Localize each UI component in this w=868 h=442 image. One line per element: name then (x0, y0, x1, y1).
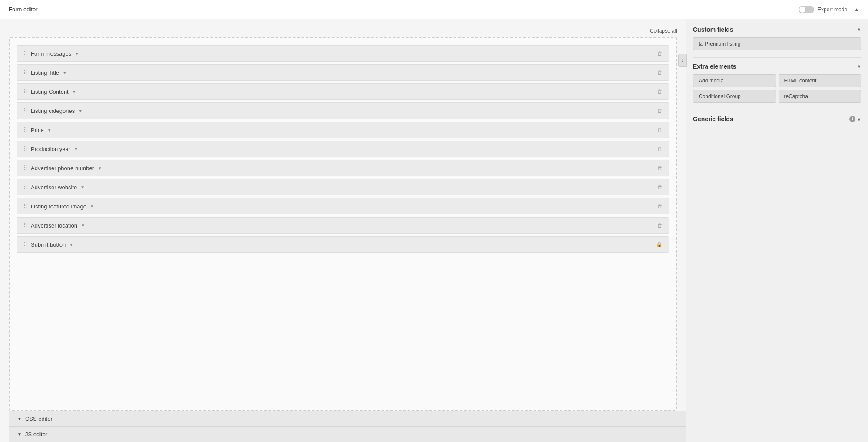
extra-element-add-media[interactable]: Add media (693, 74, 776, 87)
extra-elements-header: Extra elements ∧ (693, 63, 861, 70)
generic-fields-header[interactable]: Generic fields ℹ ∨ (693, 115, 861, 122)
delete-icon[interactable]: 🗑 (657, 108, 663, 114)
form-row-actions: 🗑 (657, 108, 663, 114)
top-bar: Form editor Expert mode ▲ (0, 0, 868, 19)
form-row-actions: 🗑 (657, 89, 663, 95)
separator-2 (693, 110, 861, 110)
generic-fields-controls: ℹ ∨ (849, 116, 861, 122)
delete-icon[interactable]: 🗑 (657, 222, 663, 228)
drag-handle-icon[interactable]: ⠿ (23, 107, 27, 114)
form-row-left: ⠿Form messages▼ (23, 50, 79, 57)
drag-handle-icon[interactable]: ⠿ (23, 88, 27, 95)
custom-fields-list: ☑ Premium listing (693, 37, 861, 50)
custom-fields-header: Custom fields ∧ (693, 26, 861, 33)
drag-handle-icon[interactable]: ⠿ (23, 241, 27, 248)
delete-icon[interactable]: 🗑 (657, 69, 663, 76)
chevron-down-icon: ▼ (47, 128, 52, 132)
delete-icon[interactable]: 🗑 (657, 203, 663, 209)
generic-fields-section: Generic fields ℹ ∨ (693, 115, 861, 122)
content-area: Collapse all ⠿Form messages▼🗑⠿Listing Ti… (0, 19, 686, 442)
collapse-all-bar: Collapse all (9, 28, 686, 34)
delete-icon[interactable]: 🗑 (657, 127, 663, 133)
form-row-left: ⠿Price▼ (23, 126, 52, 133)
drag-handle-icon[interactable]: ⠿ (23, 126, 27, 133)
form-row-label: Submit button (31, 241, 66, 248)
chevron-down-icon: ▼ (75, 51, 79, 56)
chevron-down-icon: ▼ (63, 70, 67, 75)
form-row-label: Production year (31, 146, 70, 152)
extra-element-html-content[interactable]: HTML content (779, 74, 861, 87)
chevron-down-icon: ▼ (72, 89, 76, 94)
extra-elements-toggle[interactable]: ∧ (857, 63, 861, 69)
drag-handle-icon[interactable]: ⠿ (23, 222, 27, 229)
css-label: CSS editor (25, 416, 53, 422)
form-row[interactable]: ⠿Submit button▼🔒 (17, 236, 669, 253)
form-row-left: ⠿Advertiser phone number▼ (23, 165, 102, 172)
chevron-down-icon: ▼ (81, 223, 85, 228)
separator-1 (693, 57, 861, 58)
form-row-label: Listing Title (31, 69, 59, 76)
form-row[interactable]: ⠿Advertiser phone number▼🗑 (17, 160, 669, 176)
chevron-down-icon: ▼ (98, 166, 102, 171)
form-row-label: Form messages (31, 50, 71, 57)
form-row[interactable]: ⠿Advertiser location▼🗑 (17, 217, 669, 234)
delete-icon[interactable]: 🗑 (657, 89, 663, 95)
form-row-left: ⠿Listing categories▼ (23, 107, 83, 114)
delete-icon[interactable]: 🗑 (657, 165, 663, 171)
expert-mode-toggle[interactable]: Expert mode (799, 6, 847, 13)
form-row-left: ⠿Production year▼ (23, 145, 78, 152)
chevron-down-icon: ▼ (80, 185, 85, 190)
close-icon[interactable]: ▲ (854, 7, 859, 13)
form-row-label: Advertiser website (31, 184, 77, 191)
form-row-actions: 🗑 (657, 184, 663, 190)
form-row-left: ⠿Listing Content▼ (23, 88, 76, 95)
drag-handle-icon[interactable]: ⠿ (23, 50, 27, 57)
generic-fields-info-icon: ℹ (849, 116, 855, 122)
drag-handle-icon[interactable]: ⠿ (23, 145, 27, 152)
form-row-actions: 🗑 (657, 127, 663, 133)
drag-handle-icon[interactable]: ⠿ (23, 184, 27, 191)
chevron-down-icon: ▼ (78, 109, 83, 113)
sidebar-collapse-button[interactable]: › (678, 54, 687, 67)
extra-element-recaptcha[interactable]: reCaptcha (779, 90, 861, 103)
delete-icon[interactable]: 🗑 (657, 184, 663, 190)
collapse-all-button[interactable]: Collapse all (650, 28, 677, 34)
form-row[interactable]: ⠿Production year▼🗑 (17, 141, 669, 157)
custom-field-premium[interactable]: ☑ Premium listing (693, 37, 861, 50)
form-row[interactable]: ⠿Listing Title▼🗑 (17, 64, 669, 81)
generic-fields-title: Generic fields (693, 115, 733, 122)
js-chevron-icon: ▼ (17, 432, 22, 437)
chevron-down-icon: ▼ (74, 147, 78, 152)
form-row-left: ⠿Listing featured image▼ (23, 203, 94, 210)
delete-icon[interactable]: 🗑 (657, 50, 663, 56)
expert-mode-switch[interactable] (799, 6, 814, 13)
form-row[interactable]: ⠿Price▼🗑 (17, 122, 669, 138)
form-row-actions: 🗑 (657, 222, 663, 228)
custom-fields-toggle[interactable]: ∧ (857, 26, 861, 33)
form-row[interactable]: ⠿Listing Content▼🗑 (17, 83, 669, 100)
form-row[interactable]: ⠿Listing featured image▼🗑 (17, 198, 669, 214)
extra-elements-title: Extra elements (693, 63, 736, 70)
form-row[interactable]: ⠿Advertiser website▼🗑 (17, 179, 669, 195)
delete-icon[interactable]: 🗑 (657, 146, 663, 152)
form-row-left: ⠿Listing Title▼ (23, 69, 67, 76)
extra-elements-section: Extra elements ∧ Add mediaHTML contentCo… (693, 63, 861, 103)
bottom-bar-css[interactable]: ▼CSS editor (9, 411, 686, 426)
bottom-bar-js[interactable]: ▼JS editor (9, 426, 686, 442)
generic-fields-toggle[interactable]: ∨ (857, 116, 861, 122)
custom-fields-section: Custom fields ∧ ☑ Premium listing (693, 26, 861, 50)
expert-mode-label: Expert mode (818, 7, 847, 13)
top-bar-right: Expert mode ▲ (799, 6, 859, 13)
extra-element-conditional-group[interactable]: Conditional Group (693, 90, 776, 103)
drag-handle-icon[interactable]: ⠿ (23, 165, 27, 172)
css-chevron-icon: ▼ (17, 416, 22, 421)
form-row[interactable]: ⠿Listing categories▼🗑 (17, 102, 669, 119)
form-row-label: Advertiser location (31, 222, 77, 229)
drag-handle-icon[interactable]: ⠿ (23, 69, 27, 76)
drag-handle-icon[interactable]: ⠿ (23, 203, 27, 210)
sidebar-content: Custom fields ∧ ☑ Premium listing Extra … (686, 19, 868, 136)
form-row-label: Listing Content (31, 89, 69, 95)
form-row-actions: 🗑 (657, 203, 663, 209)
form-row[interactable]: ⠿Form messages▼🗑 (17, 45, 669, 62)
form-row-left: ⠿Advertiser location▼ (23, 222, 85, 229)
